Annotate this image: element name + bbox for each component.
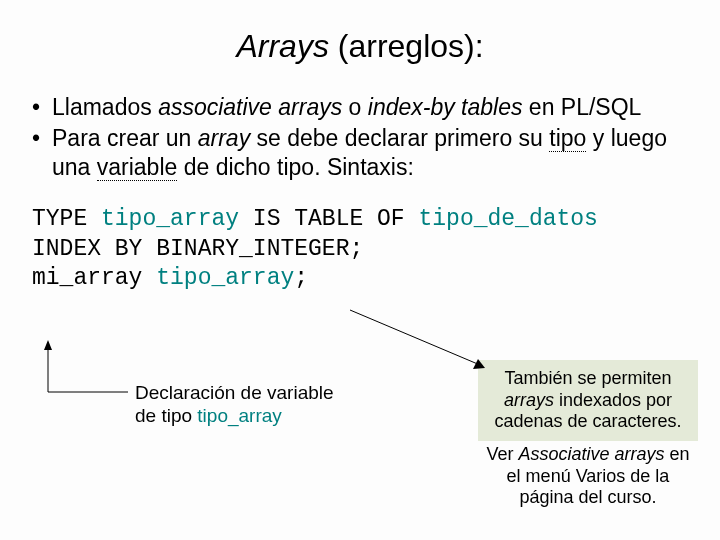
code-block: TYPE tipo_array IS TABLE OF tipo_de_dato… [32,205,688,293]
bullet-1: Llamados associative arrays o index-by t… [32,93,688,122]
slide-title: Arrays (arreglos): [32,28,688,65]
note-reference: Ver Associative arrays en el menú Varios… [478,444,698,509]
annotation-declaration: Declaración de variable de tipo tipo_arr… [135,382,334,428]
svg-line-3 [350,310,480,365]
bullet-list: Llamados associative arrays o index-by t… [32,93,688,181]
title-italic: Arrays [236,28,328,64]
note-box-strings: También se permiten arrays indexados por… [478,360,698,441]
svg-marker-2 [44,340,52,350]
title-rest: (arreglos): [329,28,484,64]
slide: Arrays (arreglos): Llamados associative … [0,0,720,540]
bullet-2: Para crear un array se debe declarar pri… [32,124,688,182]
